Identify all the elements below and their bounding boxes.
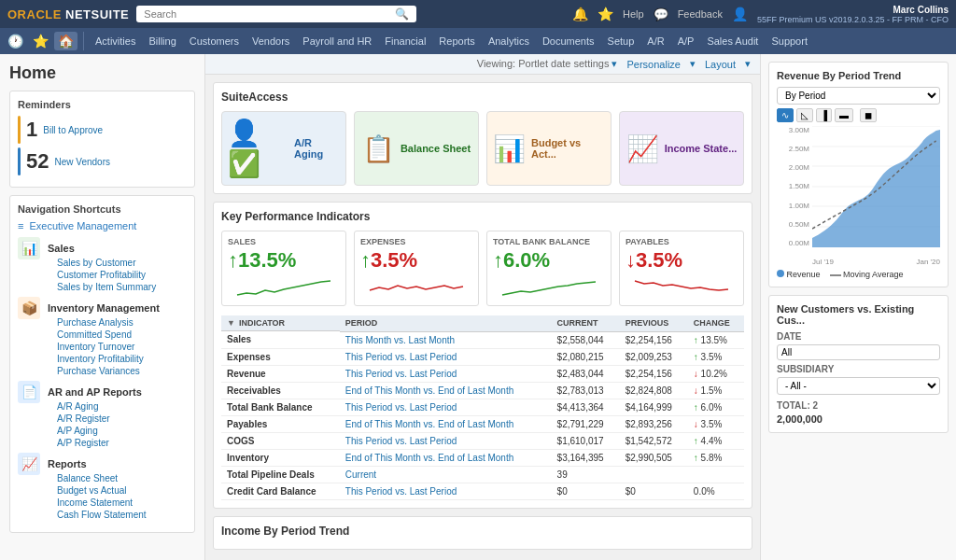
suite-access-title: SuiteAccess bbox=[221, 91, 744, 104]
filter-icon[interactable]: ▼ bbox=[227, 318, 235, 328]
balance-sheet-link[interactable]: Balance Sheet bbox=[48, 472, 147, 484]
chart-btn-bar[interactable]: ▐ bbox=[816, 108, 832, 122]
ar-register-link[interactable]: A/R Register bbox=[48, 413, 142, 425]
income-statement-link[interactable]: Income Statement bbox=[48, 497, 147, 509]
total-label: TOTAL: 2 bbox=[777, 400, 818, 411]
star-icon[interactable]: ⭐ bbox=[598, 7, 613, 21]
table-row: COGS This Period vs. Last Period $1,610,… bbox=[221, 432, 744, 449]
logo-oracle: ORACLE bbox=[7, 7, 62, 21]
help-label[interactable]: Help bbox=[623, 8, 644, 20]
reminder-label-1[interactable]: Bill to Approve bbox=[43, 125, 103, 135]
suite-card-ar-aging[interactable]: 👤✅ A/R Aging bbox=[221, 111, 346, 186]
row-indicator: Inventory bbox=[221, 449, 340, 466]
reminder-divider-blue bbox=[18, 147, 21, 175]
row-period[interactable]: This Period vs. Last Period bbox=[340, 483, 552, 499]
menu-lines-icon: ≡ bbox=[18, 220, 23, 231]
home-icon[interactable]: 🏠 bbox=[54, 32, 77, 50]
reminder-label-2[interactable]: New Vendors bbox=[54, 157, 109, 167]
row-period[interactable]: This Month vs. Last Month bbox=[340, 331, 552, 348]
menu-item-reports[interactable]: Reports bbox=[433, 34, 481, 49]
nav-row-sales: 📊 Sales Sales by Customer Customer Profi… bbox=[18, 237, 187, 293]
reminders-title: Reminders bbox=[18, 99, 187, 110]
purchase-variances-link[interactable]: Purchase Variances bbox=[48, 365, 160, 377]
date-input[interactable] bbox=[777, 344, 940, 360]
row-current: $4,413,364 bbox=[552, 399, 620, 415]
menu-item-setup[interactable]: Setup bbox=[602, 34, 640, 49]
star-nav-icon[interactable]: ⭐ bbox=[29, 32, 52, 50]
suite-card-budget[interactable]: 📊 Budget vs Act... bbox=[486, 111, 612, 186]
subsidiary-row: SUBSIDIARY bbox=[777, 364, 940, 374]
personalize-link[interactable]: Personalize bbox=[626, 59, 680, 70]
row-period[interactable]: This Period vs. Last Period bbox=[340, 348, 552, 365]
search-bar-container[interactable]: 🔍 bbox=[136, 6, 416, 22]
legend-revenue: Revenue bbox=[777, 270, 821, 279]
menu-item-analytics[interactable]: Analytics bbox=[483, 34, 535, 49]
suite-card-balance-sheet[interactable]: 📋 Balance Sheet bbox=[354, 111, 479, 186]
row-period[interactable]: This Period vs. Last Period bbox=[340, 365, 552, 382]
subsidiary-select[interactable]: - All - bbox=[777, 377, 940, 395]
ar-aging-link[interactable]: A/R Aging bbox=[48, 400, 142, 413]
menu-item-sales-audit[interactable]: Sales Audit bbox=[701, 34, 764, 49]
revenue-period-select[interactable]: By Period bbox=[777, 87, 940, 105]
exec-management-link[interactable]: ≡ Executive Management bbox=[18, 220, 187, 231]
suite-card-budget-label: Budget vs Act... bbox=[531, 137, 605, 160]
suite-card-income[interactable]: 📈 Income State... bbox=[619, 111, 744, 186]
menu-item-ap[interactable]: A/P bbox=[672, 34, 700, 49]
search-icon[interactable]: 🔍 bbox=[395, 7, 409, 21]
row-period[interactable]: This Period vs. Last Period bbox=[340, 399, 552, 415]
exec-management-label: Executive Management bbox=[29, 220, 136, 231]
ap-aging-link[interactable]: A/P Aging bbox=[48, 425, 142, 437]
kpi-sales-arrow: ↑ bbox=[228, 248, 238, 272]
customer-profitability-link[interactable]: Customer Profitability bbox=[48, 269, 156, 281]
chart-legend: Revenue Moving Average bbox=[777, 270, 940, 279]
search-input[interactable] bbox=[144, 8, 395, 20]
chart-btn-line[interactable]: ∿ bbox=[777, 108, 794, 122]
row-current: $0 bbox=[552, 483, 620, 499]
row-indicator: Expenses bbox=[221, 348, 340, 365]
budget-actual-link[interactable]: Budget vs Actual bbox=[48, 484, 147, 497]
menu-item-documents[interactable]: Documents bbox=[537, 34, 600, 49]
menu-item-customers[interactable]: Customers bbox=[184, 34, 245, 49]
layout-link[interactable]: Layout bbox=[705, 59, 736, 70]
chart-btn-column[interactable]: ▬ bbox=[835, 108, 853, 122]
row-period[interactable]: Current bbox=[340, 466, 552, 483]
menu-item-payroll[interactable]: Payroll and HR bbox=[297, 34, 377, 49]
row-previous: $2,254,156 bbox=[620, 365, 688, 382]
menu-item-support[interactable]: Support bbox=[766, 34, 813, 49]
row-indicator: Credit Card Balance bbox=[221, 483, 340, 499]
inventory-turnover-link[interactable]: Inventory Turnover bbox=[48, 341, 160, 353]
kpi-cards: SALES ↑13.5% EXPENSES ↑3.5% bbox=[221, 231, 744, 306]
bell-icon[interactable]: 🔔 bbox=[572, 7, 588, 21]
row-current: $2,080,215 bbox=[552, 348, 620, 365]
menu-item-activities[interactable]: Activities bbox=[90, 34, 141, 49]
inventory-profitability-link[interactable]: Inventory Profitability bbox=[48, 353, 160, 365]
menu-item-financial[interactable]: Financial bbox=[379, 34, 431, 49]
chart-btn-area2[interactable]: ◼ bbox=[860, 108, 877, 122]
chat-icon[interactable]: 💬 bbox=[654, 7, 668, 21]
income-card-icon: 📈 bbox=[626, 133, 659, 164]
ap-register-link[interactable]: A/P Register bbox=[48, 437, 142, 449]
sales-by-customer-link[interactable]: Sales by Customer bbox=[48, 257, 156, 269]
committed-spend-link[interactable]: Committed Spend bbox=[48, 329, 160, 341]
y-label-050: 0.50M bbox=[777, 220, 809, 229]
purchase-analysis-link[interactable]: Purchase Analysis bbox=[48, 316, 160, 329]
row-period[interactable]: End of This Month vs. End of Last Month bbox=[340, 415, 552, 432]
reminder-num-2: 52 bbox=[26, 149, 49, 174]
menu-item-billing[interactable]: Billing bbox=[143, 34, 181, 49]
chart-btn-area[interactable]: ◺ bbox=[796, 108, 813, 122]
cash-flow-link[interactable]: Cash Flow Statement bbox=[48, 509, 147, 521]
row-period[interactable]: This Period vs. Last Period bbox=[340, 432, 552, 449]
revenue-portlet-title: Revenue By Period Trend bbox=[777, 70, 940, 81]
kpi-card-bank: TOTAL BANK BALANCE ↑6.0% bbox=[486, 231, 612, 306]
new-customers-portlet: New Customers vs. Existing Cus... DATE S… bbox=[768, 295, 949, 433]
kpi-expenses-sparkline bbox=[360, 276, 472, 300]
menu-item-vendors[interactable]: Vendors bbox=[246, 34, 295, 49]
row-period[interactable]: End of This Month vs. End of Last Month bbox=[340, 382, 552, 399]
row-period[interactable]: End of This Month vs. End of Last Month bbox=[340, 449, 552, 466]
reports-icon: 📈 bbox=[18, 453, 40, 475]
viewing-dropdown-icon[interactable]: ▾ bbox=[612, 58, 617, 69]
feedback-label[interactable]: Feedback bbox=[678, 8, 723, 20]
clock-icon[interactable]: 🕐 bbox=[4, 32, 27, 50]
sales-by-item-link[interactable]: Sales by Item Summary bbox=[48, 281, 156, 293]
menu-item-ar[interactable]: A/R bbox=[641, 34, 669, 49]
